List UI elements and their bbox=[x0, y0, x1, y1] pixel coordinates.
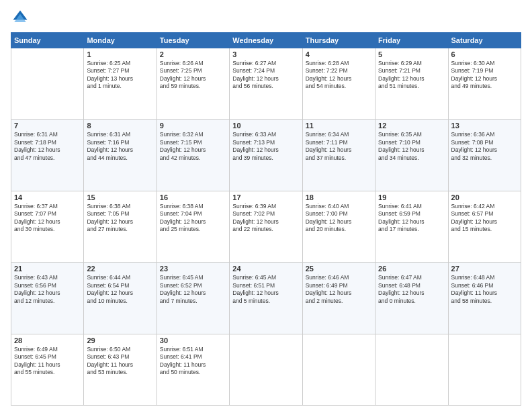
day-info: Sunrise: 6:27 AM Sunset: 7:24 PM Dayligh… bbox=[232, 60, 299, 91]
calendar-cell: 19Sunrise: 6:41 AM Sunset: 6:59 PM Dayli… bbox=[375, 191, 448, 262]
calendar-cell: 24Sunrise: 6:45 AM Sunset: 6:51 PM Dayli… bbox=[230, 263, 302, 334]
calendar-cell: 1Sunrise: 6:25 AM Sunset: 7:27 PM Daylig… bbox=[84, 48, 157, 120]
calendar-cell bbox=[230, 334, 302, 405]
calendar-cell: 26Sunrise: 6:47 AM Sunset: 6:48 PM Dayli… bbox=[375, 263, 448, 334]
page: SundayMondayTuesdayWednesdayThursdayFrid… bbox=[0, 0, 532, 411]
calendar-cell: 16Sunrise: 6:38 AM Sunset: 7:04 PM Dayli… bbox=[157, 191, 229, 262]
day-info: Sunrise: 6:26 AM Sunset: 7:25 PM Dayligh… bbox=[160, 60, 226, 91]
day-info: Sunrise: 6:29 AM Sunset: 7:21 PM Dayligh… bbox=[378, 60, 445, 91]
day-number: 24 bbox=[232, 265, 299, 273]
day-number: 4 bbox=[306, 50, 372, 58]
calendar-cell: 21Sunrise: 6:43 AM Sunset: 6:56 PM Dayli… bbox=[11, 263, 84, 334]
weekday-header-wednesday: Wednesday bbox=[230, 33, 302, 48]
day-info: Sunrise: 6:30 AM Sunset: 7:19 PM Dayligh… bbox=[451, 60, 518, 91]
day-info: Sunrise: 6:38 AM Sunset: 7:04 PM Dayligh… bbox=[160, 203, 226, 234]
day-info: Sunrise: 6:32 AM Sunset: 7:15 PM Dayligh… bbox=[160, 131, 226, 162]
calendar-cell: 25Sunrise: 6:46 AM Sunset: 6:49 PM Dayli… bbox=[302, 263, 375, 334]
day-number: 14 bbox=[14, 193, 81, 201]
calendar-cell: 6Sunrise: 6:30 AM Sunset: 7:19 PM Daylig… bbox=[448, 48, 521, 120]
weekday-header-saturday: Saturday bbox=[448, 33, 521, 48]
calendar-cell bbox=[302, 334, 375, 405]
calendar-cell: 10Sunrise: 6:33 AM Sunset: 7:13 PM Dayli… bbox=[230, 120, 302, 191]
day-number: 5 bbox=[378, 50, 445, 58]
day-info: Sunrise: 6:46 AM Sunset: 6:49 PM Dayligh… bbox=[306, 274, 372, 305]
weekday-header-monday: Monday bbox=[84, 33, 157, 48]
calendar-week-row: 21Sunrise: 6:43 AM Sunset: 6:56 PM Dayli… bbox=[11, 263, 521, 334]
day-info: Sunrise: 6:47 AM Sunset: 6:48 PM Dayligh… bbox=[378, 274, 445, 305]
calendar-cell: 15Sunrise: 6:38 AM Sunset: 7:05 PM Dayli… bbox=[84, 191, 157, 262]
calendar-week-row: 1Sunrise: 6:25 AM Sunset: 7:27 PM Daylig… bbox=[11, 48, 521, 120]
weekday-header-friday: Friday bbox=[375, 33, 448, 48]
calendar-cell: 12Sunrise: 6:35 AM Sunset: 7:10 PM Dayli… bbox=[375, 120, 448, 191]
calendar-cell: 8Sunrise: 6:31 AM Sunset: 7:16 PM Daylig… bbox=[84, 120, 157, 191]
calendar-cell: 22Sunrise: 6:44 AM Sunset: 6:54 PM Dayli… bbox=[84, 263, 157, 334]
calendar-cell: 5Sunrise: 6:29 AM Sunset: 7:21 PM Daylig… bbox=[375, 48, 448, 120]
calendar-cell bbox=[11, 48, 84, 120]
day-info: Sunrise: 6:37 AM Sunset: 7:07 PM Dayligh… bbox=[14, 203, 81, 234]
day-info: Sunrise: 6:41 AM Sunset: 6:59 PM Dayligh… bbox=[378, 203, 445, 234]
weekday-header-row: SundayMondayTuesdayWednesdayThursdayFrid… bbox=[11, 33, 521, 48]
day-number: 13 bbox=[451, 122, 518, 130]
calendar-cell: 20Sunrise: 6:42 AM Sunset: 6:57 PM Dayli… bbox=[448, 191, 521, 262]
day-number: 19 bbox=[378, 193, 445, 201]
calendar-cell bbox=[448, 334, 521, 405]
day-number: 12 bbox=[378, 122, 445, 130]
day-number: 21 bbox=[14, 265, 81, 273]
day-number: 6 bbox=[451, 50, 518, 58]
day-info: Sunrise: 6:39 AM Sunset: 7:02 PM Dayligh… bbox=[232, 203, 299, 234]
calendar-cell: 13Sunrise: 6:36 AM Sunset: 7:08 PM Dayli… bbox=[448, 120, 521, 191]
day-info: Sunrise: 6:49 AM Sunset: 6:45 PM Dayligh… bbox=[14, 346, 81, 377]
day-info: Sunrise: 6:31 AM Sunset: 7:16 PM Dayligh… bbox=[87, 131, 153, 162]
header bbox=[11, 8, 521, 27]
day-number: 1 bbox=[87, 50, 153, 58]
day-info: Sunrise: 6:48 AM Sunset: 6:46 PM Dayligh… bbox=[451, 274, 518, 305]
day-number: 22 bbox=[87, 265, 153, 273]
logo-icon bbox=[11, 8, 30, 27]
day-number: 18 bbox=[306, 193, 372, 201]
day-info: Sunrise: 6:28 AM Sunset: 7:22 PM Dayligh… bbox=[306, 60, 372, 91]
day-info: Sunrise: 6:31 AM Sunset: 7:18 PM Dayligh… bbox=[14, 131, 81, 162]
calendar-cell: 2Sunrise: 6:26 AM Sunset: 7:25 PM Daylig… bbox=[157, 48, 229, 120]
day-number: 26 bbox=[378, 265, 445, 273]
day-info: Sunrise: 6:45 AM Sunset: 6:51 PM Dayligh… bbox=[232, 274, 299, 305]
day-number: 27 bbox=[451, 265, 518, 273]
calendar-cell: 17Sunrise: 6:39 AM Sunset: 7:02 PM Dayli… bbox=[230, 191, 302, 262]
day-number: 29 bbox=[87, 336, 153, 345]
day-number: 23 bbox=[160, 265, 226, 273]
calendar-cell: 30Sunrise: 6:51 AM Sunset: 6:41 PM Dayli… bbox=[157, 334, 229, 405]
day-info: Sunrise: 6:42 AM Sunset: 6:57 PM Dayligh… bbox=[451, 203, 518, 234]
day-number: 2 bbox=[160, 50, 226, 58]
day-number: 7 bbox=[14, 122, 81, 130]
day-info: Sunrise: 6:51 AM Sunset: 6:41 PM Dayligh… bbox=[160, 346, 226, 377]
calendar-cell: 27Sunrise: 6:48 AM Sunset: 6:46 PM Dayli… bbox=[448, 263, 521, 334]
weekday-header-tuesday: Tuesday bbox=[157, 33, 229, 48]
calendar-cell: 28Sunrise: 6:49 AM Sunset: 6:45 PM Dayli… bbox=[11, 334, 84, 405]
calendar-week-row: 7Sunrise: 6:31 AM Sunset: 7:18 PM Daylig… bbox=[11, 120, 521, 191]
day-number: 11 bbox=[306, 122, 372, 130]
day-number: 10 bbox=[232, 122, 299, 130]
logo bbox=[11, 8, 32, 27]
day-info: Sunrise: 6:33 AM Sunset: 7:13 PM Dayligh… bbox=[232, 131, 299, 162]
calendar-cell: 7Sunrise: 6:31 AM Sunset: 7:18 PM Daylig… bbox=[11, 120, 84, 191]
calendar-week-row: 14Sunrise: 6:37 AM Sunset: 7:07 PM Dayli… bbox=[11, 191, 521, 262]
day-info: Sunrise: 6:25 AM Sunset: 7:27 PM Dayligh… bbox=[87, 60, 153, 91]
day-number: 15 bbox=[87, 193, 153, 201]
calendar-cell bbox=[375, 334, 448, 405]
calendar-cell: 4Sunrise: 6:28 AM Sunset: 7:22 PM Daylig… bbox=[302, 48, 375, 120]
day-number: 9 bbox=[160, 122, 226, 130]
weekday-header-thursday: Thursday bbox=[302, 33, 375, 48]
calendar-cell: 23Sunrise: 6:45 AM Sunset: 6:52 PM Dayli… bbox=[157, 263, 229, 334]
day-info: Sunrise: 6:44 AM Sunset: 6:54 PM Dayligh… bbox=[87, 274, 153, 305]
day-info: Sunrise: 6:38 AM Sunset: 7:05 PM Dayligh… bbox=[87, 203, 153, 234]
day-info: Sunrise: 6:45 AM Sunset: 6:52 PM Dayligh… bbox=[160, 274, 226, 305]
calendar-cell: 11Sunrise: 6:34 AM Sunset: 7:11 PM Dayli… bbox=[302, 120, 375, 191]
day-number: 3 bbox=[232, 50, 299, 58]
day-info: Sunrise: 6:35 AM Sunset: 7:10 PM Dayligh… bbox=[378, 131, 445, 162]
day-info: Sunrise: 6:34 AM Sunset: 7:11 PM Dayligh… bbox=[306, 131, 372, 162]
calendar-cell: 14Sunrise: 6:37 AM Sunset: 7:07 PM Dayli… bbox=[11, 191, 84, 262]
day-number: 8 bbox=[87, 122, 153, 130]
day-number: 25 bbox=[306, 265, 372, 273]
calendar-cell: 9Sunrise: 6:32 AM Sunset: 7:15 PM Daylig… bbox=[157, 120, 229, 191]
day-info: Sunrise: 6:36 AM Sunset: 7:08 PM Dayligh… bbox=[451, 131, 518, 162]
day-number: 28 bbox=[14, 336, 81, 345]
